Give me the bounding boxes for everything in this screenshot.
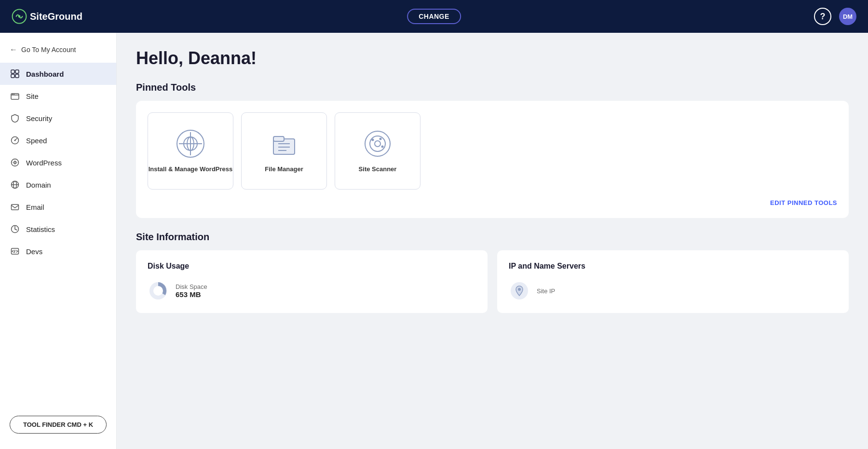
sidebar-item-site-label: Site xyxy=(26,92,39,100)
sidebar-item-speed-label: Speed xyxy=(26,136,47,145)
logo: SiteGround xyxy=(12,9,82,24)
site-ip-icon-wrap xyxy=(509,280,530,301)
svg-point-29 xyxy=(370,136,385,151)
sidebar-item-statistics[interactable]: Statistics xyxy=(0,218,116,240)
ip-name-servers-title: IP and Name Servers xyxy=(509,262,837,271)
sidebar-item-statistics-label: Statistics xyxy=(26,225,55,233)
svg-rect-15 xyxy=(12,204,19,210)
svg-point-37 xyxy=(518,288,521,291)
svg-point-10 xyxy=(14,140,16,141)
disk-space-info: Disk Space 653 MB xyxy=(176,283,207,299)
site-information-section: Site Information Disk Usage xyxy=(136,231,849,313)
svg-point-33 xyxy=(380,137,382,140)
svg-point-7 xyxy=(12,94,13,95)
sidebar-item-speed[interactable]: Speed xyxy=(0,129,116,151)
sidebar: ← Go To My Account Dashboard Site Securi… xyxy=(0,33,117,449)
tool-card-wordpress[interactable]: Install & Manage WordPress xyxy=(148,112,233,190)
disk-space-label: Disk Space xyxy=(176,283,207,290)
avatar[interactable]: DM xyxy=(839,8,856,25)
svg-rect-2 xyxy=(11,70,14,73)
statistics-icon xyxy=(10,224,20,234)
back-link-label: Go To My Account xyxy=(21,46,76,54)
edit-pinned-tools-link[interactable]: EDIT PINNED TOOLS xyxy=(770,199,837,206)
sidebar-item-dashboard-label: Dashboard xyxy=(26,70,64,78)
tool-card-site-scanner-label: Site Scanner xyxy=(359,165,397,174)
svg-point-31 xyxy=(372,138,374,141)
svg-rect-4 xyxy=(11,74,14,78)
svg-point-8 xyxy=(14,94,14,95)
sidebar-item-devs[interactable]: Devs xyxy=(0,240,116,262)
change-button[interactable]: CHANGE xyxy=(407,9,461,24)
security-icon xyxy=(10,113,20,123)
sidebar-item-email-label: Email xyxy=(26,203,44,211)
pinned-tools-grid: Install & Manage WordPress xyxy=(148,112,837,190)
svg-rect-5 xyxy=(15,74,19,78)
grid-icon xyxy=(10,68,20,79)
sidebar-item-domain[interactable]: Domain xyxy=(0,174,116,196)
ip-name-servers-card: IP and Name Servers Site IP xyxy=(497,250,849,313)
sidebar-item-domain-label: Domain xyxy=(26,181,51,189)
site-ip-row: Site IP xyxy=(509,280,837,301)
site-ip-info: Site IP xyxy=(537,287,555,295)
svg-point-1 xyxy=(18,15,21,18)
wordpress-icon xyxy=(10,157,20,168)
disk-usage-title: Disk Usage xyxy=(148,262,476,271)
main-content: Hello, Deanna! Pinned Tools xyxy=(117,33,868,449)
header-right: ? DM xyxy=(814,8,856,25)
sidebar-item-security-label: Security xyxy=(26,114,52,122)
logo-text: SiteGround xyxy=(30,11,82,22)
sidebar-item-dashboard[interactable]: Dashboard xyxy=(0,63,116,85)
tool-card-file-manager[interactable]: File Manager xyxy=(241,112,327,190)
site-info-grid: Disk Usage Disk Space 653 xyxy=(136,250,849,313)
sidebar-item-wordpress[interactable]: WordPress xyxy=(0,151,116,174)
back-arrow-icon: ← xyxy=(10,45,17,54)
svg-point-28 xyxy=(365,131,390,156)
wordpress-tool-icon xyxy=(175,128,206,159)
pinned-tools-card: Install & Manage WordPress xyxy=(136,101,849,218)
disk-space-row: Disk Space 653 MB xyxy=(148,280,476,301)
sidebar-item-wordpress-label: WordPress xyxy=(26,159,62,167)
disk-space-chart-icon xyxy=(148,280,169,301)
site-ip-label: Site IP xyxy=(537,287,555,295)
tool-finder-button[interactable]: TOOL FINDER CMD + K xyxy=(10,416,107,434)
back-to-account-link[interactable]: ← Go To My Account xyxy=(0,41,116,59)
sidebar-item-devs-label: Devs xyxy=(26,247,42,256)
pinned-tools-title: Pinned Tools xyxy=(136,82,849,93)
tool-card-site-scanner[interactable]: Site Scanner xyxy=(335,112,420,190)
svg-point-30 xyxy=(375,141,380,147)
domain-icon xyxy=(10,179,20,190)
speed-icon xyxy=(10,135,20,146)
tool-card-wordpress-label: Install & Manage WordPress xyxy=(149,165,233,174)
disk-space-value: 653 MB xyxy=(176,290,207,299)
svg-rect-24 xyxy=(273,136,284,141)
sidebar-item-security[interactable]: Security xyxy=(0,107,116,129)
tool-card-file-manager-label: File Manager xyxy=(265,165,303,174)
main-layout: ← Go To My Account Dashboard Site Securi… xyxy=(0,33,868,449)
sidebar-item-email[interactable]: Email xyxy=(0,196,116,218)
site-info-title: Site Information xyxy=(136,231,849,243)
devs-icon xyxy=(10,246,20,257)
sidebar-item-site[interactable]: Site xyxy=(0,85,116,107)
disk-usage-card: Disk Usage Disk Space 653 xyxy=(136,250,488,313)
email-icon xyxy=(10,202,20,212)
svg-point-32 xyxy=(381,145,384,148)
svg-point-35 xyxy=(153,286,163,296)
edit-pinned-tools-container: EDIT PINNED TOOLS xyxy=(148,199,837,206)
file-manager-tool-icon xyxy=(269,128,299,159)
page-title: Hello, Deanna! xyxy=(136,48,849,68)
disk-space-icon-wrap xyxy=(148,280,169,301)
svg-rect-3 xyxy=(15,70,19,73)
site-scanner-tool-icon xyxy=(362,128,393,159)
header: SiteGround CHANGE ? DM xyxy=(0,0,868,33)
help-button[interactable]: ? xyxy=(814,8,831,25)
siteground-logo-icon xyxy=(12,9,27,24)
site-icon xyxy=(10,91,20,101)
location-pin-icon xyxy=(510,281,529,300)
pinned-tools-section: Pinned Tools xyxy=(136,82,849,218)
